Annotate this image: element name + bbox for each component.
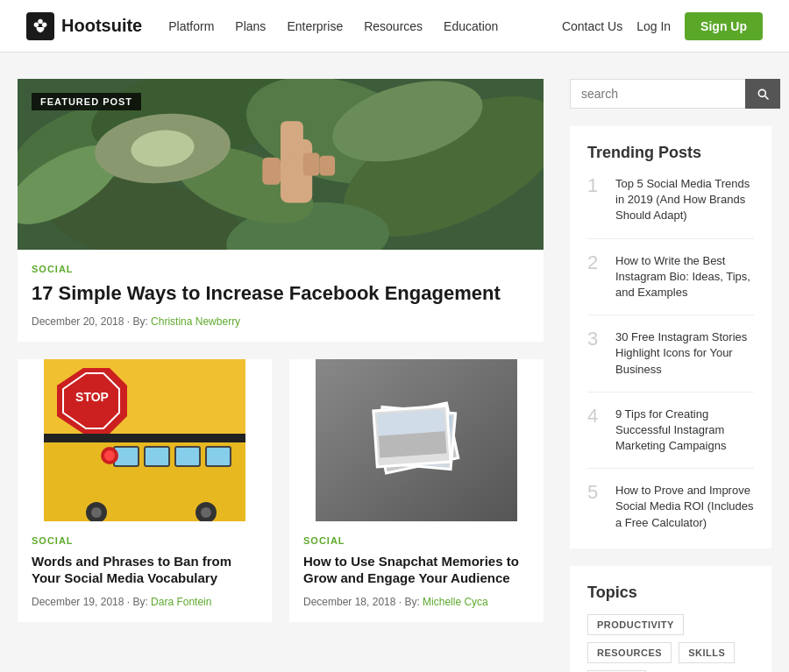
grid-post-1-date: December 19, 2018 · By: (32, 596, 148, 608)
topic-tag-productivity[interactable]: PRODUCTIVITY (587, 614, 684, 635)
grid-post-1: STOP SOCIAL Words and Phrases to Ban fro… (18, 359, 272, 622)
sign-up-button[interactable]: Sign Up (685, 12, 763, 40)
trending-num-3: 3 (587, 329, 605, 378)
grid-post-2-image (289, 359, 544, 521)
trending-item-4: 4 9 Tips for Creating Successful Instagr… (587, 407, 754, 470)
log-in-link[interactable]: Log In (636, 19, 671, 33)
topics-box: Topics PRODUCTIVITY RESOURCES SKILLS SOC… (570, 566, 771, 672)
trending-box: Trending Posts 1 Top 5 Social Media Tren… (570, 126, 771, 548)
featured-post-tag: SOCIAL (32, 264, 530, 274)
svg-rect-16 (281, 121, 303, 157)
svg-rect-22 (44, 434, 245, 442)
trending-num-5: 5 (587, 483, 605, 531)
svg-point-28 (91, 507, 102, 518)
main-content: FEATURED POST SOCIAL 17 Simple Ways to I… (0, 53, 789, 672)
featured-post-meta: December 20, 2018 · By: Christina Newber… (32, 315, 530, 328)
logo-icon (26, 12, 54, 40)
search-button[interactable] (745, 79, 780, 109)
sidebar: Trending Posts 1 Top 5 Social Media Tren… (570, 79, 771, 672)
svg-point-35 (104, 450, 115, 461)
grid-post-1-tag: SOCIAL (32, 535, 258, 546)
svg-rect-24 (145, 447, 169, 466)
logo-text: Hootsuite (61, 16, 142, 36)
grid-post-1-image: STOP (18, 359, 272, 521)
grid-post-2-meta: December 18, 2018 · By: Michelle Cyca (303, 596, 530, 608)
featured-image-wrap: FEATURED POST (18, 79, 544, 250)
logo[interactable]: Hootsuite (26, 12, 142, 40)
grid-post-1-body: SOCIAL Words and Phrases to Ban from You… (18, 521, 272, 622)
svg-point-0 (34, 22, 39, 27)
svg-point-2 (38, 18, 43, 24)
topic-tag-resources[interactable]: RESOURCES (587, 642, 672, 663)
posts-grid: STOP SOCIAL Words and Phrases to Ban fro… (18, 359, 544, 622)
featured-post-title[interactable]: 17 Simple Ways to Increase Facebook Enga… (32, 281, 530, 307)
grid-post-2-author[interactable]: Michelle Cyca (423, 596, 488, 608)
trending-item-2: 2 How to Write the Best Instagram Bio: I… (587, 253, 754, 316)
trending-text-3: 30 Free Instagram Stories Highlight Icon… (615, 329, 754, 378)
header: Hootsuite Platform Plans Enterprise Reso… (0, 0, 789, 53)
main-nav: Platform Plans Enterprise Resources Educ… (168, 19, 562, 33)
search-input[interactable] (570, 79, 745, 109)
trending-text-5: How to Prove and Improve Social Media RO… (615, 483, 754, 531)
trending-link-3[interactable]: 30 Free Instagram Stories Highlight Icon… (615, 330, 747, 375)
grid-post-1-author[interactable]: Dara Fontein (151, 596, 211, 608)
search-icon (756, 87, 770, 101)
grid-post-2-tag: SOCIAL (303, 535, 530, 546)
trending-num-2: 2 (587, 253, 605, 301)
trending-item-1: 1 Top 5 Social Media Trends in 2019 (And… (587, 176, 754, 239)
header-right: Contact Us Log In Sign Up (562, 12, 763, 40)
featured-post: FEATURED POST SOCIAL 17 Simple Ways to I… (18, 79, 544, 342)
svg-rect-47 (377, 409, 445, 435)
featured-post-date: December 20, 2018 · By: (32, 315, 148, 328)
nav-plans[interactable]: Plans (235, 19, 266, 33)
nav-education[interactable]: Education (444, 19, 498, 33)
nav-platform[interactable]: Platform (168, 19, 214, 33)
svg-rect-18 (303, 153, 320, 176)
content-area: FEATURED POST SOCIAL 17 Simple Ways to I… (18, 79, 544, 672)
svg-point-30 (201, 507, 211, 518)
topics-title: Topics (587, 584, 754, 602)
svg-rect-48 (379, 431, 447, 457)
topic-tag-skills[interactable]: SKILLS (679, 642, 735, 663)
featured-post-author[interactable]: Christina Newberry (151, 315, 240, 328)
trending-text-4: 9 Tips for Creating Successful Instagram… (615, 407, 754, 455)
grid-post-2-title[interactable]: How to Use Snapchat Memories to Grow and… (303, 553, 530, 587)
trending-link-5[interactable]: How to Prove and Improve Social Media RO… (615, 484, 754, 528)
trending-link-4[interactable]: 9 Tips for Creating Successful Instagram… (615, 407, 726, 452)
svg-rect-26 (206, 447, 231, 466)
svg-text:STOP: STOP (75, 390, 109, 404)
trending-num-1: 1 (587, 176, 605, 224)
contact-us-link[interactable]: Contact Us (562, 19, 622, 33)
svg-rect-19 (319, 156, 335, 176)
topics-tags: PRODUCTIVITY RESOURCES SKILLS SOCIAL SOC… (587, 614, 754, 672)
grid-post-1-meta: December 19, 2018 · By: Dara Fontein (32, 596, 258, 608)
svg-point-1 (42, 22, 47, 27)
trending-item-5: 5 How to Prove and Improve Social Media … (587, 483, 754, 531)
svg-rect-25 (175, 447, 200, 466)
trending-text-1: Top 5 Social Media Trends in 2019 (And H… (615, 176, 754, 224)
grid-post-1-title[interactable]: Words and Phrases to Ban from Your Socia… (32, 553, 258, 587)
featured-post-body: SOCIAL 17 Simple Ways to Increase Facebo… (18, 250, 544, 342)
grid-post-2-body: SOCIAL How to Use Snapchat Memories to G… (289, 521, 544, 622)
nav-enterprise[interactable]: Enterprise (287, 19, 343, 33)
trending-link-1[interactable]: Top 5 Social Media Trends in 2019 (And H… (615, 177, 750, 222)
trending-item-3: 3 30 Free Instagram Stories Highlight Ic… (587, 329, 754, 393)
svg-rect-17 (262, 158, 281, 185)
nav-resources[interactable]: Resources (364, 19, 423, 33)
trending-link-2[interactable]: How to Write the Best Instagram Bio: Ide… (615, 254, 750, 299)
grid-post-2-date: December 18, 2018 · By: (303, 596, 420, 608)
search-bar (570, 79, 771, 109)
trending-text-2: How to Write the Best Instagram Bio: Ide… (615, 253, 754, 301)
trending-title: Trending Posts (587, 144, 754, 162)
grid-post-2: SOCIAL How to Use Snapchat Memories to G… (289, 359, 544, 622)
featured-badge: FEATURED POST (32, 93, 141, 110)
trending-num-4: 4 (587, 407, 605, 455)
